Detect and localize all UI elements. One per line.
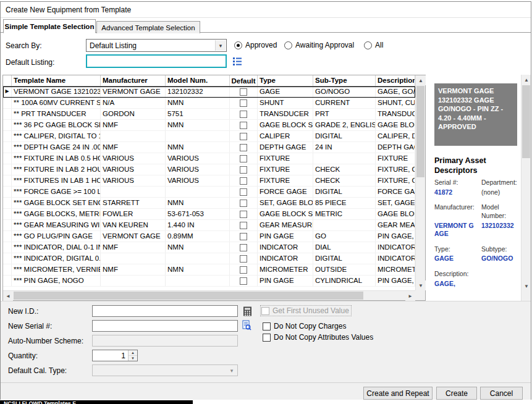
default-checkbox[interactable] [240, 133, 247, 140]
table-row[interactable]: *** GEAR MEASURING WIRESVAN KEUREN1.440 … [3, 220, 415, 231]
table-row[interactable]: *** DEPTH GAGE 24 IN .001NMFNMNDEPTH GAG… [3, 142, 415, 153]
default-checkbox[interactable] [240, 244, 247, 251]
footer-bar: Create and Repeat Create Cancel [1, 382, 531, 400]
cell-type: TRANSDUCER [258, 109, 313, 119]
default-checkbox[interactable] [240, 277, 247, 285]
table-row[interactable]: ** 100A 60MV CURRENT SHUNTN/ANMNSHUNTCUR… [3, 98, 415, 109]
cell-type: SET, GAGE BLOCK [258, 198, 313, 208]
row-indicator [3, 109, 12, 119]
header-model-num[interactable]: Model Num. [166, 75, 230, 86]
cell-template-name: *** MICROMETER, VERNIER [12, 264, 101, 275]
default-checkbox[interactable] [240, 266, 247, 274]
table-row[interactable]: *** CALIPER, DIGITAL TO 18CALIPERDIGITAL… [3, 131, 415, 142]
default-checkbox[interactable] [240, 166, 247, 174]
table-row[interactable]: ** PRT TRANSDUCERGORDON5751TRANSDUCERPRT… [3, 109, 415, 120]
table-row[interactable]: *** PIN GAGE, NOGOPIN GAGECYLINDRICALPIN… [3, 276, 415, 287]
tab-simple-template-selection[interactable]: Simple Template Selection [3, 19, 96, 33]
default-checkbox[interactable] [240, 177, 247, 185]
radio-approved[interactable]: Approved [234, 41, 277, 49]
table-row[interactable]: *** GAGE BLOCKS, METRICFOWLER53-671-053G… [3, 209, 415, 220]
default-checkbox[interactable] [240, 99, 247, 107]
table-row[interactable]: *** GO PLUG/PIN GAGEVERMONT GAGE0.89MMPI… [3, 231, 415, 242]
cell-default [230, 187, 258, 197]
serial-lookup-icon[interactable] [240, 319, 253, 331]
scroll-down-icon[interactable]: ▼ [521, 281, 531, 291]
serial-value[interactable]: 41872 [434, 188, 478, 197]
descriptor-grid: Serial #: Department: 41872 (none) Manuf… [434, 179, 520, 293]
table-row[interactable]: *** FIXTURE IN LAB 2 HOURVARIOUSVARIOUSF… [3, 164, 415, 175]
default-checkbox[interactable] [240, 200, 247, 207]
table-row[interactable]: *** INDICATOR, DIGITAL 0.0INDICATORDIGIT… [3, 253, 415, 264]
create-button[interactable]: Create [436, 387, 477, 400]
chevron-down-icon[interactable]: ▾ [215, 40, 226, 51]
listing-dropdown[interactable]: Default Listing ▾ [86, 39, 227, 52]
table-row[interactable]: *** FIXTURES IN LAB 1 HOURVARIOUSVARIOUS… [3, 175, 415, 187]
listing-icon[interactable] [231, 56, 243, 67]
cancel-button[interactable]: Cancel [480, 387, 523, 400]
default-checkbox[interactable] [240, 255, 247, 263]
table-row[interactable]: ▶VERMONT GAGE 132102332VERMONT GAGE13210… [3, 86, 415, 98]
quantity-input[interactable] [93, 350, 127, 361]
cell-description: FORCE GAGE [376, 187, 415, 197]
spin-up-icon[interactable]: ▲ [129, 350, 137, 356]
table-horizontal-scrollbar[interactable]: ◄ ► [3, 290, 415, 300]
default-checkbox[interactable] [240, 211, 247, 218]
calculator-icon[interactable] [241, 305, 253, 317]
default-checkbox[interactable] [240, 188, 247, 196]
scroll-down-icon[interactable]: ▼ [416, 280, 426, 290]
vertical-scroll-thumb[interactable] [416, 86, 424, 177]
checkbox-do-not-copy-attributes-values[interactable]: Do Not Copy Attributes Values [263, 333, 373, 342]
table-row[interactable]: *** INDICATOR, DIAL 0-1 INNMFNMNINDICATO… [3, 242, 415, 253]
detail-scroll-thumb[interactable] [522, 85, 530, 158]
scroll-left-icon[interactable]: ◄ [3, 291, 13, 301]
header-manufacturer[interactable]: Manufacturer [101, 75, 166, 86]
description-value[interactable]: GAGE, [434, 280, 520, 288]
horizontal-scroll-thumb[interactable] [14, 292, 363, 300]
checkbox-do-not-copy-charges[interactable]: Do Not Copy Charges [263, 322, 346, 330]
default-checkbox[interactable] [240, 233, 247, 240]
cell-manufacturer [101, 131, 166, 141]
new-id-input[interactable] [92, 305, 238, 317]
scroll-up-icon[interactable]: ▲ [416, 75, 426, 85]
default-checkbox[interactable] [240, 88, 247, 96]
new-serial-input[interactable] [92, 320, 238, 332]
header-description[interactable]: Description [376, 75, 415, 86]
table-vertical-scrollbar[interactable]: ▲ ▼ [415, 75, 425, 290]
row-indicator [3, 276, 12, 286]
header-sub-type[interactable]: Sub-Type [313, 75, 376, 86]
header-default[interactable]: Default [230, 75, 258, 86]
table-row[interactable]: *** GAGE BLOCK SET ENGLISHSTARRETTNMNSET… [3, 198, 415, 209]
table-row[interactable]: *** 36 PC GAGE BLOCK SETNMFNMNGAGE BLOCK… [3, 120, 415, 131]
radio-awaiting-approval[interactable]: Awaiting Approval [284, 41, 354, 49]
manufacturer-value[interactable]: VERMONT GAGE [434, 222, 478, 238]
default-checkbox[interactable] [240, 111, 247, 118]
checkbox-icon [263, 322, 271, 330]
cell-type: GEAR MEASURING [258, 220, 313, 230]
scroll-right-icon[interactable]: ► [405, 291, 415, 301]
tab-label: Simple Template Selection [5, 23, 95, 30]
table-row[interactable]: *** MICROMETER, VERNIERNMFNMNMICROMETERO… [3, 264, 415, 276]
table-row[interactable]: *** FIXTURE IN LAB 0.5 HOURVARIOUSVARIOU… [3, 153, 415, 164]
spinner[interactable]: ▲ ▼ [128, 350, 137, 361]
radio-all[interactable]: All [364, 41, 383, 49]
scroll-up-icon[interactable]: ▲ [521, 75, 531, 85]
detail-vertical-scrollbar[interactable]: ▲ ▼ [521, 75, 531, 301]
spin-down-icon[interactable]: ▼ [129, 356, 137, 361]
cell-description: GAGE BLOCK [376, 209, 415, 219]
subtype-value[interactable]: GO/NOGO [481, 255, 520, 263]
quantity-stepper[interactable]: ▲ ▼ [92, 350, 138, 361]
table-row[interactable]: *** FORCE GAGE >= 100 LBFORCE GAGEDIGITA… [3, 187, 415, 198]
create-and-repeat-button[interactable]: Create and Repeat [363, 387, 433, 400]
default-checkbox[interactable] [240, 222, 247, 229]
default-checkbox[interactable] [240, 155, 247, 162]
tab-advanced-template-selection[interactable]: Advanced Template Selection [96, 21, 200, 33]
header-type[interactable]: Type [258, 75, 313, 86]
cell-type: GAGE BLOCK SET [258, 120, 313, 130]
model-value[interactable]: 132102332 [481, 222, 520, 238]
header-template-name[interactable]: Template Name [12, 75, 101, 86]
cell-model-num: NMN [166, 142, 230, 153]
default-listing-input[interactable] [86, 54, 227, 68]
default-checkbox[interactable] [240, 144, 247, 151]
default-checkbox[interactable] [240, 122, 247, 129]
type-value[interactable]: GAGE [434, 255, 478, 263]
